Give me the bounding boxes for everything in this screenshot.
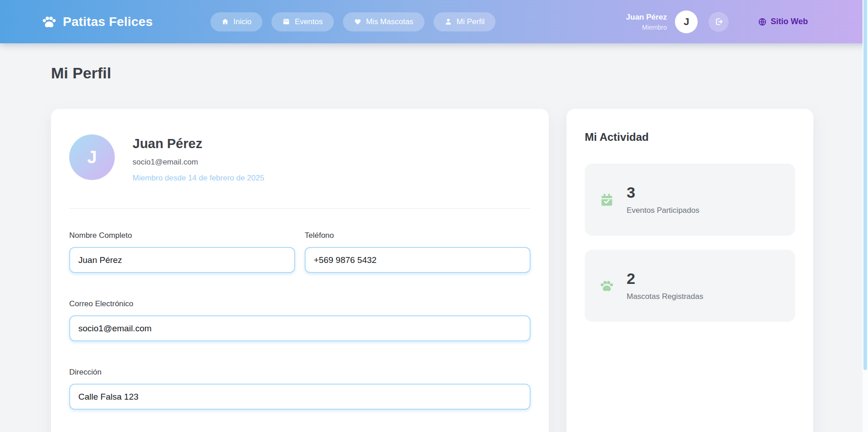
field-label-nombre: Nombre Completo xyxy=(69,231,295,240)
content: J Juan Pérez socio1@email.com Miembro de… xyxy=(51,109,813,432)
nav-item-inicio[interactable]: Inicio xyxy=(210,12,263,31)
direccion-input[interactable] xyxy=(69,384,531,410)
profile-card: J Juan Pérez socio1@email.com Miembro de… xyxy=(51,109,549,432)
avatar[interactable]: J xyxy=(675,10,698,33)
user-icon xyxy=(444,18,452,26)
field-direccion: Dirección xyxy=(69,368,531,410)
globe-icon xyxy=(758,17,767,26)
site-web-label: Sitio Web xyxy=(771,17,808,26)
stat-text: 2 Mascotas Registradas xyxy=(627,271,703,301)
logout-button[interactable] xyxy=(709,12,729,32)
nombre-completo-input[interactable] xyxy=(69,247,295,273)
nav-item-label: Eventos xyxy=(295,17,322,26)
telefono-input[interactable] xyxy=(305,247,531,273)
navbar: Patitas Felices Inicio Eventos Mis Masco… xyxy=(0,0,868,43)
activity-card: Mi Actividad 3 Eventos Participados xyxy=(567,109,813,432)
profile-header: J Juan Pérez socio1@email.com Miembro de… xyxy=(69,134,531,183)
field-label-direccion: Dirección xyxy=(69,368,531,377)
stat-eventos-participados: 3 Eventos Participados xyxy=(585,164,795,236)
stat-label: Eventos Participados xyxy=(627,206,700,215)
nav-item-mis-mascotas[interactable]: Mis Mascotas xyxy=(343,12,424,31)
home-icon xyxy=(221,18,229,26)
stat-value: 3 xyxy=(627,185,700,200)
profile-header-info: Juan Pérez socio1@email.com Miembro desd… xyxy=(133,134,264,183)
brand-title: Patitas Felices xyxy=(63,15,153,29)
calendar-icon xyxy=(282,18,290,26)
stat-mascotas-registradas: 2 Mascotas Registradas xyxy=(585,250,795,322)
field-label-correo: Correo Electrónico xyxy=(69,299,531,309)
brand[interactable]: Patitas Felices xyxy=(41,15,153,29)
sign-out-icon xyxy=(714,17,724,26)
navbar-right: Juan Pérez Miembro J Sitio Web xyxy=(626,10,808,33)
field-correo: Correo Electrónico xyxy=(69,299,531,341)
scrollbar-thumb[interactable] xyxy=(863,0,867,370)
nav-item-label: Mi Perfil xyxy=(457,17,485,26)
activity-title: Mi Actividad xyxy=(585,131,795,144)
calendar-check-icon xyxy=(599,192,614,207)
stat-text: 3 Eventos Participados xyxy=(627,185,700,215)
profile-name: Juan Pérez xyxy=(133,136,264,151)
user-info: Juan Pérez Miembro xyxy=(626,13,667,31)
divider xyxy=(69,208,531,209)
field-label-telefono: Teléfono xyxy=(305,231,531,240)
nav-item-label: Mis Mascotas xyxy=(366,17,414,26)
page-title: Mi Perfil xyxy=(51,64,868,82)
profile-form: Nombre Completo Teléfono Correo Electrón… xyxy=(69,231,531,410)
nav-item-eventos[interactable]: Eventos xyxy=(271,12,333,31)
profile-email: socio1@email.com xyxy=(133,158,264,167)
nav-item-mi-perfil[interactable]: Mi Perfil xyxy=(434,12,495,31)
scrollbar-track xyxy=(863,0,868,432)
user-name: Juan Pérez xyxy=(626,13,667,22)
paw-icon xyxy=(41,15,57,29)
profile-avatar: J xyxy=(69,134,115,180)
heart-icon xyxy=(354,18,362,26)
field-nombre-completo: Nombre Completo xyxy=(69,231,295,273)
main-nav: Inicio Eventos Mis Mascotas Mi Perfil xyxy=(210,12,495,31)
field-telefono: Teléfono xyxy=(305,231,531,273)
paw-icon xyxy=(599,278,614,293)
user-role: Miembro xyxy=(626,24,667,31)
nav-item-label: Inicio xyxy=(234,17,252,26)
site-web-link[interactable]: Sitio Web xyxy=(758,17,808,26)
stat-label: Mascotas Registradas xyxy=(627,292,703,301)
correo-input[interactable] xyxy=(69,315,531,341)
profile-member-since: Miembro desde 14 de febrero de 2025 xyxy=(133,174,264,183)
stat-value: 2 xyxy=(627,271,703,286)
